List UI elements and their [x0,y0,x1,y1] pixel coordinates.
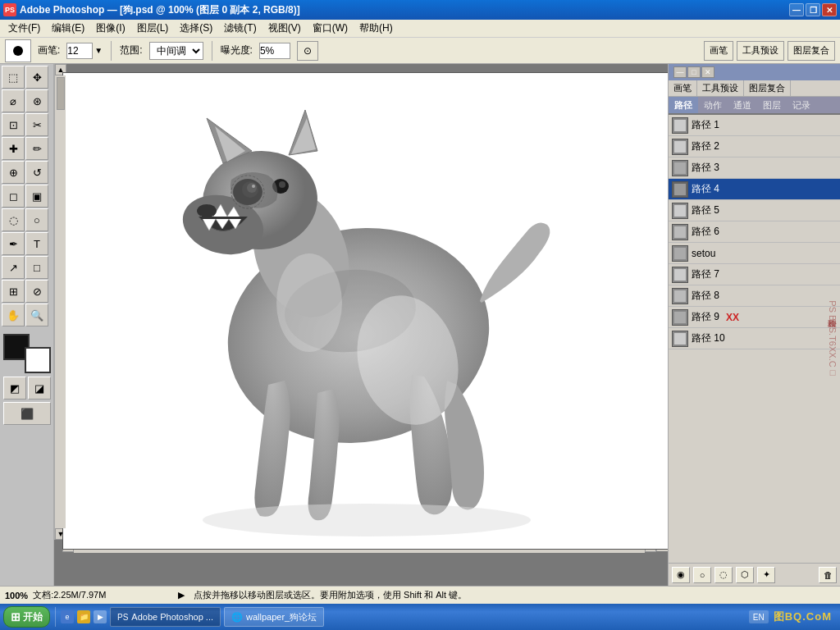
menu-view[interactable]: 视图(V) [263,20,306,37]
menu-edit[interactable]: 编辑(E) [47,20,89,37]
range-select[interactable]: 中间调 阴影 高光 [149,42,203,60]
move-tool[interactable]: ✥ [25,66,48,89]
tab-actions[interactable]: 动作 [698,97,728,113]
path-item-4[interactable]: 路径 4 [669,179,840,200]
panel-minimize-button[interactable]: — [673,66,687,78]
notes-tool[interactable]: ⊞ [2,280,25,303]
path-item-10[interactable]: 路径 10 [669,328,840,349]
delete-path-button[interactable]: 🗑 [819,567,837,583]
tool-row-11: ✋ 🔍 [2,304,52,326]
background-color[interactable] [25,347,51,373]
menu-layer[interactable]: 图层(L) [132,20,174,37]
tray-en-icon[interactable]: EN [749,610,769,623]
path-to-selection-button[interactable]: ◌ [714,567,733,583]
path-thumb-4 [672,181,688,198]
play-button[interactable]: ▶ [176,590,187,601]
brush-size-arrow[interactable]: ▼ [94,46,103,55]
brush-tool[interactable]: ✏ [25,137,48,160]
menu-window[interactable]: 窗口(W) [308,20,353,37]
dodge-tool[interactable]: ○ [25,208,48,231]
brush-size-control[interactable]: ▼ [66,43,103,59]
path-item-7[interactable]: 路径 7 [669,264,840,285]
tab-tool-preset[interactable]: 工具预设 [697,80,744,96]
separator-2 [212,41,212,61]
canvas-container[interactable] [62,72,668,550]
minimize-button[interactable]: — [789,3,804,16]
taskbar-ps-label: Adobe Photoshop ... [131,612,213,622]
path-item-5[interactable]: 路径 5 [669,200,840,221]
quick-mask-button[interactable]: ◪ [28,377,51,399]
magic-wand-tool[interactable]: ⊛ [25,89,48,112]
xx-badge: XX [726,312,739,323]
eyedropper-tool[interactable]: ⊘ [25,280,48,303]
healing-brush-tool[interactable]: ✚ [2,137,25,160]
menu-filter[interactable]: 滤镜(T) [219,20,261,37]
path-item-9[interactable]: 路径 9 XX [669,307,840,328]
standard-mode-button[interactable]: ◩ [3,377,26,399]
separator-1 [111,41,112,61]
svg-point-17 [203,504,531,536]
rectangular-marquee-tool[interactable]: ⬚ [2,66,25,89]
hand-tool[interactable]: ✋ [2,304,25,326]
taskbar-photoshop[interactable]: PS Adobe Photoshop ... [110,607,221,627]
panel-maximize-button[interactable]: □ [687,66,701,78]
shape-tool[interactable]: □ [25,256,48,279]
crop-tool[interactable]: ⊡ [2,113,25,136]
tab-layers[interactable]: 图层 [757,97,787,113]
slice-tool[interactable]: ✂ [25,113,48,136]
taskbar-icon-media[interactable]: ▶ [94,610,107,623]
taskbar-icon-ie[interactable]: e [61,610,74,623]
tab-paths[interactable]: 路径 [669,97,698,113]
taskbar-icon-folder[interactable]: 📁 [77,610,90,623]
path-thumb-5 [672,203,688,219]
airbrush-button[interactable]: ⊙ [297,41,318,61]
brush-size-input[interactable] [66,43,93,59]
scroll-track-v[interactable] [55,75,66,528]
color-swatches[interactable] [3,334,51,373]
tab-layer-comp[interactable]: 图层复合 [744,80,791,96]
path-item-8[interactable]: 路径 8 [669,285,840,307]
taskbar-tray: EN 图BQ.CoM [749,609,837,624]
menu-select[interactable]: 选择(S) [175,20,217,37]
path-item-setou[interactable]: setou [669,243,840,264]
brush-preview[interactable] [5,39,31,62]
fill-tool[interactable]: ▣ [25,185,48,208]
zoom-tool[interactable]: 🔍 [25,304,48,326]
panel-close-button[interactable]: ✕ [701,66,714,78]
brush-preset-button[interactable]: 画笔 [704,41,733,61]
restore-button[interactable]: ❐ [806,3,820,16]
taskbar-wallpaper[interactable]: 🌐 wallpaper_狗论坛 [224,607,324,627]
history-brush-tool[interactable]: ↺ [25,161,48,184]
menu-image[interactable]: 图像(I) [91,20,130,37]
exposure-input[interactable] [259,43,290,59]
eraser-tool[interactable]: ◻ [2,185,25,208]
layer-comp-button[interactable]: 图层复合 [788,41,835,61]
path-panel-tabs: 路径 动作 通道 图层 记录 [669,97,840,115]
pen-tool[interactable]: ✒ [2,232,25,255]
screen-mode-button[interactable]: ⬛ [3,402,51,425]
new-path-button[interactable]: ✦ [757,567,775,583]
selection-to-path-button[interactable]: ⬡ [736,567,754,583]
clone-stamp-tool[interactable]: ⊕ [2,161,25,184]
lasso-tool[interactable]: ⌀ [2,89,25,112]
close-button[interactable]: ✕ [822,3,837,16]
path-item-1[interactable]: 路径 1 [669,115,840,136]
path-item-2[interactable]: 路径 2 [669,136,840,158]
start-button[interactable]: ⊞ 开始 [3,606,50,628]
path-item-6[interactable]: 路径 6 [669,221,840,243]
tab-history[interactable]: 记录 [787,97,816,113]
vertical-scrollbar[interactable]: ▲ ▼ [54,64,66,540]
menu-file[interactable]: 文件(F) [3,20,45,37]
tab-brush[interactable]: 画笔 [669,80,697,96]
fill-path-button[interactable]: ◉ [672,567,690,583]
scroll-thumb-v[interactable] [57,77,65,110]
text-tool[interactable]: T [25,232,48,255]
path-list[interactable]: PS教程论坛 BBS.T6XX.C□ 路径 1 路径 2 路径 3 路径 4 路… [669,115,840,563]
stroke-path-button[interactable]: ○ [693,567,711,583]
blur-tool[interactable]: ◌ [2,208,25,231]
menu-help[interactable]: 帮助(H) [354,20,398,37]
path-item-3[interactable]: 路径 3 [669,158,840,179]
path-select-tool[interactable]: ↗ [2,256,25,279]
tab-channels[interactable]: 通道 [728,97,757,113]
tool-preset-button[interactable]: 工具预设 [737,41,784,61]
